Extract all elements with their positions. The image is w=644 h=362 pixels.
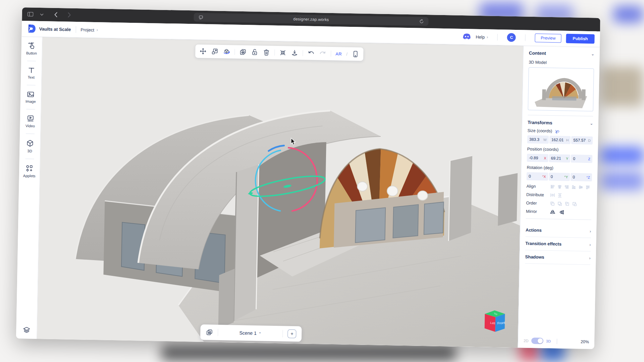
toggle-knob: [538, 338, 543, 343]
sidebar-item-image[interactable]: Image: [25, 91, 36, 104]
chevron-up-icon: ⌃: [259, 332, 262, 336]
chevron-down-icon[interactable]: [38, 11, 45, 18]
rotation-z-field[interactable]: 0°Z: [571, 173, 592, 181]
sidebar-item-text[interactable]: Text: [28, 67, 35, 79]
sidebar-divider: [26, 133, 35, 134]
scene-bar: Scene 1⌃ +: [200, 324, 302, 342]
toolbar-divider: [234, 49, 235, 55]
rotation-x-field[interactable]: 0°X: [527, 172, 548, 181]
model-thumbnail[interactable]: [528, 67, 594, 112]
help-menu[interactable]: Help›: [476, 34, 488, 40]
sidebar-toggle-icon[interactable]: [26, 10, 34, 18]
mode-slash: /: [346, 51, 347, 56]
rotation-fields: 0°X 0°Y 0°Z: [527, 172, 592, 182]
breadcrumb[interactable]: Project›: [80, 27, 98, 33]
bring-forward-icon[interactable]: [550, 201, 554, 205]
position-z-field[interactable]: 0Z: [571, 155, 592, 163]
zoom-level[interactable]: 20%: [581, 339, 589, 344]
mode-3d-label[interactable]: 3D: [546, 339, 551, 343]
ar-mode-label[interactable]: AR: [335, 51, 342, 56]
lock-icon[interactable]: [251, 49, 258, 56]
size-fields: 383.3W 162.01H 557.57D: [527, 135, 593, 145]
background-blur-panel-2: [601, 172, 644, 190]
align-left-icon[interactable]: [550, 185, 554, 189]
align-bottom-icon[interactable]: [572, 185, 576, 189]
size-d-field[interactable]: 557.57D: [571, 136, 593, 144]
avatar[interactable]: C: [507, 33, 516, 42]
send-back-icon[interactable]: [572, 202, 577, 206]
send-backward-icon[interactable]: [565, 201, 569, 206]
size-h-field[interactable]: 162.01H: [549, 136, 571, 144]
url-text: designer.zap.works: [204, 15, 418, 24]
back-icon[interactable]: [52, 11, 59, 18]
mirror-vertical-icon[interactable]: [559, 210, 564, 214]
preview-button[interactable]: Preview: [535, 34, 561, 43]
distribute-v-icon[interactable]: [558, 193, 562, 197]
align-top-icon[interactable]: [586, 185, 590, 189]
sidebar-item-video[interactable]: Video: [25, 115, 35, 128]
url-bar[interactable]: designer.zap.works: [194, 13, 428, 26]
discord-icon[interactable]: [462, 33, 471, 40]
mode-2d-label[interactable]: 2D: [524, 339, 529, 343]
position-fields: -0.89X 69.21Y 0Z: [527, 154, 592, 163]
redo-icon[interactable]: [319, 50, 326, 57]
scale-tool-icon[interactable]: [211, 48, 218, 55]
transforms-section-header[interactable]: Transforms⌄: [528, 120, 593, 126]
link-icon[interactable]: [554, 129, 559, 133]
align-center-h-icon[interactable]: [557, 185, 561, 189]
background-blur-bottombar: [161, 345, 456, 361]
zapworks-logo-icon[interactable]: [27, 24, 36, 33]
background-blur-panel-1: [600, 147, 644, 164]
align-middle-icon[interactable]: [579, 185, 583, 189]
undo-icon[interactable]: [307, 50, 315, 57]
scene-selector[interactable]: Scene 1⌃: [223, 330, 278, 336]
properties-panel: Content⌄ 3D Model Tran: [518, 46, 600, 349]
position-x-field[interactable]: -0.89X: [527, 154, 548, 162]
move-tool-icon[interactable]: [199, 48, 207, 55]
3d-scene[interactable]: [37, 37, 523, 348]
distribute-label: Distribute: [526, 192, 550, 197]
footer-divider: [557, 339, 557, 344]
sidebar-item-3d[interactable]: 3D: [26, 139, 34, 153]
header-divider: [525, 35, 526, 41]
sidebar-item-button[interactable]: Button: [26, 42, 37, 55]
bring-front-icon[interactable]: [557, 201, 562, 206]
reader-view-icon[interactable]: [197, 14, 204, 21]
chevron-down-icon: ⌄: [591, 52, 594, 56]
content-section-header[interactable]: Content⌄: [529, 51, 594, 57]
background-blur-topright-3: [613, 6, 643, 23]
publish-button[interactable]: Publish: [566, 34, 595, 44]
transition-effects-section[interactable]: Transition effects›: [525, 237, 591, 251]
browser-window: designer.zap.works Vaults at Scale Proje…: [16, 7, 600, 349]
delete-icon[interactable]: [263, 49, 270, 56]
rotate-tool-icon-active[interactable]: [223, 48, 230, 55]
add-scene-button[interactable]: +: [287, 329, 296, 338]
3d-canvas[interactable]: AR / Scene 1⌃ +: [37, 37, 523, 348]
rotation-y-field[interactable]: 0°Y: [548, 173, 570, 181]
distribute-h-icon[interactable]: [550, 193, 555, 197]
device-preview-icon[interactable]: [352, 50, 359, 58]
drop-to-ground-icon[interactable]: [291, 49, 298, 57]
sidebar-item-applets[interactable]: Applets: [23, 165, 36, 178]
forward-icon[interactable]: [65, 11, 73, 18]
reload-icon[interactable]: [418, 18, 425, 25]
align-right-icon[interactable]: [565, 185, 569, 189]
rotation-label: Rotation (deg): [527, 165, 553, 170]
actions-section[interactable]: Actions›: [526, 224, 591, 238]
shadows-section[interactable]: Shadows›: [525, 250, 591, 265]
size-w-field[interactable]: 383.3W: [527, 135, 549, 144]
model-thumbnail-image: [532, 69, 590, 110]
duplicate-icon[interactable]: [239, 48, 247, 56]
layers-button[interactable]: [23, 326, 30, 333]
duplicate-scene-icon[interactable]: [206, 328, 213, 336]
applets-icon: [25, 165, 33, 172]
toolbar-divider: [303, 50, 303, 56]
panel-divider: [528, 115, 593, 117]
mirror-horizontal-icon[interactable]: [550, 209, 555, 214]
position-y-field[interactable]: 69.21Y: [549, 154, 570, 163]
view-nav-cube[interactable]: Left Front Top: [482, 309, 507, 334]
toolbar-divider: [331, 51, 331, 57]
collapse-icon[interactable]: [279, 49, 286, 56]
order-label: Order: [526, 201, 550, 206]
dimension-toggle[interactable]: [531, 338, 543, 344]
